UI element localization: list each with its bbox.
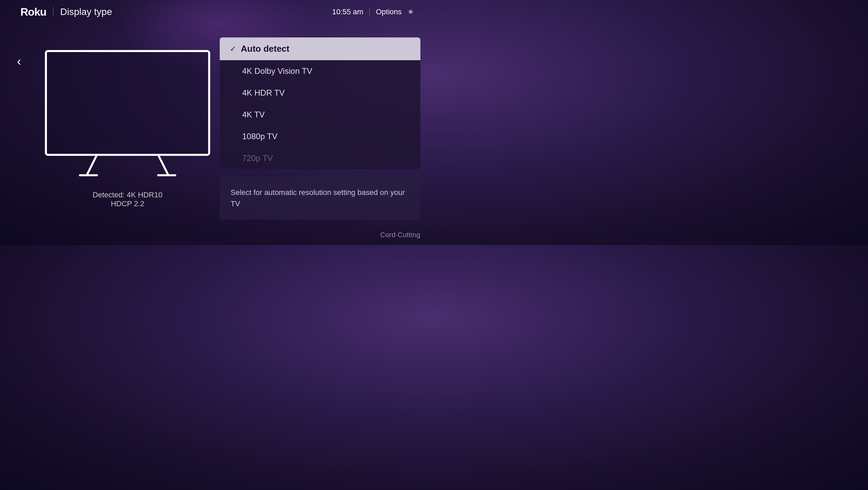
page-title: Display type	[60, 6, 112, 17]
description-text: Select for automatic resolution setting …	[231, 187, 410, 209]
menu-item-label: 4K TV	[242, 110, 265, 119]
menu-item-label: 720p TV	[242, 153, 273, 163]
options-label: Options	[376, 7, 402, 16]
checkmark-icon: ✓	[230, 45, 236, 53]
tv-illustration-area: Detected: 4K HDR10 HDCP 2.2	[34, 37, 221, 208]
detected-line2: HDCP 2.2	[93, 199, 162, 208]
header: Roku Display type 10:55 am Options ✳	[0, 0, 434, 24]
svg-line-1	[87, 155, 97, 175]
menu-item-1080p[interactable]: 1080p TV	[220, 126, 420, 147]
menu-item-label: 4K HDR TV	[242, 88, 285, 98]
tv-detected-info: Detected: 4K HDR10 HDCP 2.2	[93, 191, 162, 208]
watermark: Cord·Cutting	[380, 231, 420, 239]
menu-item-720p[interactable]: 720p TV	[220, 147, 420, 169]
right-panel: ✓Auto detect4K Dolby Vision TV4K HDR TV4…	[220, 37, 420, 219]
roku-logo: Roku	[20, 6, 46, 18]
svg-line-2	[158, 155, 168, 175]
menu-item-label: 1080p TV	[242, 132, 278, 141]
menu-item-4k-tv[interactable]: 4K TV	[220, 104, 420, 126]
menu-item-label: 4K Dolby Vision TV	[242, 66, 312, 76]
detected-line1: Detected: 4K HDR10	[93, 191, 162, 199]
menu-item-auto-detect[interactable]: ✓Auto detect	[220, 37, 420, 60]
tv-icon	[43, 44, 213, 180]
display-type-menu: ✓Auto detect4K Dolby Vision TV4K HDR TV4…	[220, 37, 420, 169]
menu-item-label: Auto detect	[241, 44, 289, 54]
svg-rect-0	[46, 51, 209, 155]
description-box: Select for automatic resolution setting …	[220, 177, 420, 219]
header-divider-icon	[53, 7, 53, 17]
header-right-divider-icon	[369, 8, 370, 16]
asterisk-icon[interactable]: ✳	[408, 8, 414, 16]
menu-item-4k-dolby[interactable]: 4K Dolby Vision TV	[220, 60, 420, 82]
back-button[interactable]: ‹	[17, 54, 21, 69]
menu-item-4k-hdr[interactable]: 4K HDR TV	[220, 82, 420, 104]
watermark-cord: Cord	[380, 231, 396, 239]
header-right: 10:55 am Options ✳	[332, 7, 414, 16]
watermark-cutting: Cutting	[398, 231, 420, 239]
clock-display: 10:55 am	[332, 7, 363, 16]
